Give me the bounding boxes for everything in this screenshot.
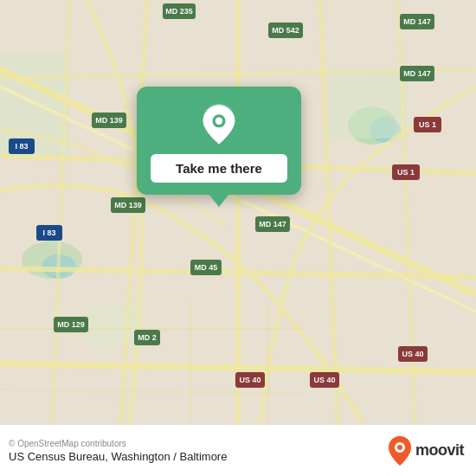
svg-text:MD 2: MD 2	[138, 333, 157, 342]
moovit-wordmark: moovit	[415, 441, 464, 460]
svg-rect-6	[329, 69, 407, 138]
svg-text:US 40: US 40	[239, 376, 261, 384]
location-label: US Census Bureau, Washington / Baltimore	[9, 450, 227, 463]
svg-text:MD 139: MD 139	[95, 116, 123, 125]
copyright-text: © OpenStreetMap contributors	[9, 439, 227, 448]
svg-text:MD 139: MD 139	[114, 201, 142, 209]
svg-rect-7	[87, 303, 138, 346]
svg-text:MD 235: MD 235	[165, 7, 193, 16]
popup-card: Take me there	[137, 87, 301, 195]
svg-text:MD 147: MD 147	[259, 220, 286, 228]
svg-text:I 83: I 83	[15, 142, 28, 151]
svg-text:MD 147: MD 147	[403, 69, 431, 78]
svg-text:US 40: US 40	[402, 350, 423, 358]
svg-point-60	[215, 118, 222, 125]
svg-text:MD 129: MD 129	[57, 320, 85, 329]
svg-point-62	[397, 445, 402, 450]
svg-text:US 1: US 1	[419, 120, 436, 129]
svg-text:MD 147: MD 147	[403, 17, 431, 26]
svg-text:MD 542: MD 542	[272, 26, 299, 35]
svg-text:US 1: US 1	[397, 168, 415, 177]
take-me-there-button[interactable]: Take me there	[151, 154, 287, 183]
moovit-pin-icon	[388, 435, 412, 466]
moovit-logo[interactable]: moovit	[388, 435, 464, 466]
svg-text:I 83: I 83	[42, 228, 55, 237]
svg-text:MD 45: MD 45	[195, 263, 218, 272]
bottom-bar: © OpenStreetMap contributors US Census B…	[0, 424, 476, 476]
svg-text:US 40: US 40	[313, 376, 335, 384]
map-container: MD 235 MD 542 MD 147 MD 147 US 1 US 1 MD…	[0, 0, 476, 424]
bottom-text-block: © OpenStreetMap contributors US Census B…	[9, 439, 227, 463]
map-background: MD 235 MD 542 MD 147 MD 147 US 1 US 1 MD…	[0, 0, 476, 424]
location-pin-icon	[196, 102, 241, 147]
